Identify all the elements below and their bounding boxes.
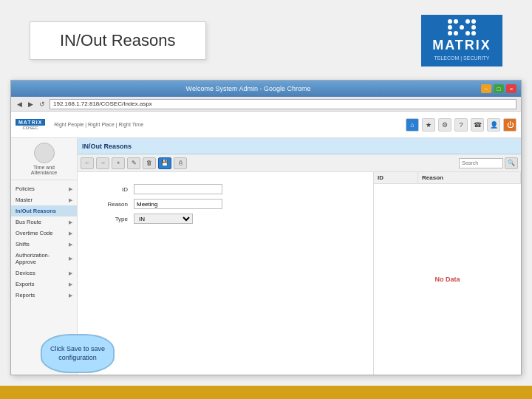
print-button[interactable]: ⎙ xyxy=(174,157,187,169)
logo-dot xyxy=(471,31,476,35)
sidebar-item-inout[interactable]: In/Out Reasons xyxy=(11,205,77,216)
top-section: IN/Out Reasons MATRIX TELEC xyxy=(0,0,532,81)
logo-text: MATRIX xyxy=(432,38,491,53)
user-icon-btn[interactable]: 👤 xyxy=(487,118,500,132)
panel-title: IN/Out Reasons xyxy=(82,143,132,150)
content-area: ID Reason Type IN OUT xyxy=(78,172,521,375)
help-icon-btn[interactable]: ? xyxy=(454,118,468,132)
logo-dot xyxy=(454,31,458,35)
arrow-icon: ▶ xyxy=(69,219,72,225)
logo-box: MATRIX TELECOM | SECURITY xyxy=(421,15,502,66)
no-data-message: No Data xyxy=(434,276,460,283)
form-row-reason: Reason xyxy=(91,199,360,209)
sidebar-item-policies[interactable]: Policies ▶ xyxy=(11,183,77,194)
form-section: ID Reason Type IN OUT xyxy=(78,172,373,375)
logo-dot xyxy=(466,19,470,24)
maximize-button[interactable]: □ xyxy=(494,84,504,93)
app-logo-subtext: COSEC xyxy=(22,126,38,130)
app-logo-text: MATRIX xyxy=(16,119,45,126)
app-header: MATRIX COSEC Right People | Right Place … xyxy=(11,112,521,138)
type-label: Type xyxy=(91,216,128,222)
form-row-type: Type IN OUT xyxy=(91,214,360,224)
search-button[interactable]: 🔍 xyxy=(505,157,518,169)
reason-label: Reason xyxy=(91,201,128,208)
toolbar-search: 🔍 xyxy=(459,157,518,169)
save-button[interactable]: 💾 xyxy=(158,157,171,169)
data-table-body: No Data xyxy=(374,184,521,375)
data-table-header: ID Reason xyxy=(374,172,521,184)
id-label: ID xyxy=(91,186,128,193)
back-button[interactable]: ◀ xyxy=(16,100,24,108)
logo-dot xyxy=(466,31,470,35)
bottom-bar xyxy=(0,386,532,399)
reason-column-header: Reason xyxy=(418,172,521,183)
sidebar-item-auth[interactable]: Authorization-Approve ▶ xyxy=(11,250,77,267)
browser-window: Welcome System Admin - Google Chrome − □… xyxy=(10,80,522,375)
logo-dot xyxy=(454,19,458,24)
logo-dot xyxy=(448,25,452,30)
arrow-icon: ▶ xyxy=(69,242,72,248)
sidebar-logo-icon xyxy=(34,143,55,163)
logo-dot xyxy=(448,19,452,24)
sidebar-item-devices[interactable]: Devices ▶ xyxy=(11,267,77,279)
toolbar: ← → + ✎ 🗑 💾 ⎙ 🔍 xyxy=(78,154,521,172)
arrow-icon: ▶ xyxy=(69,270,72,276)
type-select[interactable]: IN OUT xyxy=(134,214,193,224)
arrow-icon: ▶ xyxy=(69,293,72,299)
logo-dot xyxy=(471,19,476,24)
arrow-icon: ▶ xyxy=(69,256,72,262)
data-panel: ID Reason No Data xyxy=(373,172,521,375)
favorites-icon-btn[interactable]: ★ xyxy=(422,118,435,132)
back-tool-button[interactable]: ← xyxy=(81,157,94,169)
panel-header: IN/Out Reasons xyxy=(78,138,521,154)
id-column-header: ID xyxy=(374,172,418,183)
address-bar[interactable]: 192.168.1.72:818/COSEC/Index.aspx xyxy=(50,99,516,109)
browser-controls: − □ × xyxy=(481,84,516,93)
edit-button[interactable]: ✎ xyxy=(127,157,140,169)
search-input[interactable] xyxy=(459,158,503,168)
forward-button[interactable]: ▶ xyxy=(27,100,35,108)
close-button[interactable]: × xyxy=(506,84,516,93)
sidebar-item-busroute[interactable]: Bus Route ▶ xyxy=(11,216,77,228)
sidebar-item-master[interactable]: Master ▶ xyxy=(11,194,77,205)
home-icon-btn[interactable]: ⌂ xyxy=(406,118,419,132)
logo-dot xyxy=(466,25,470,30)
forward-tool-button[interactable]: → xyxy=(96,157,109,169)
sidebar-item-overtime[interactable]: Overtime Code ▶ xyxy=(11,228,77,239)
reason-input[interactable] xyxy=(134,199,222,209)
logo-dot xyxy=(454,25,458,30)
speech-bubble: Click Save to save configuration xyxy=(41,334,115,373)
sidebar-section-label: Time andAttendance xyxy=(31,165,57,175)
logo-dot xyxy=(460,19,464,24)
sidebar-item-exports[interactable]: Exports ▶ xyxy=(11,279,77,290)
app-logo: MATRIX COSEC xyxy=(16,119,45,130)
minimize-button[interactable]: − xyxy=(481,84,491,93)
id-input[interactable] xyxy=(134,184,222,194)
form-row-id: ID xyxy=(91,184,360,194)
logo-subtext: TELECOM | SECURITY xyxy=(434,55,490,61)
phone-icon-btn[interactable]: ☎ xyxy=(471,118,484,132)
sidebar-item-reports[interactable]: Reports ▶ xyxy=(11,290,77,301)
arrow-icon: ▶ xyxy=(69,186,72,192)
page-title: IN/Out Reasons xyxy=(30,21,206,60)
arrow-icon: ▶ xyxy=(69,231,72,236)
logo-dot xyxy=(460,25,464,30)
logo-dot xyxy=(460,31,464,35)
app-nav-icons: ⌂ ★ ⚙ ? ☎ 👤 ⏻ xyxy=(406,118,516,132)
browser-titlebar: Welcome System Admin - Google Chrome − □… xyxy=(11,81,521,97)
power-icon-btn[interactable]: ⏻ xyxy=(503,118,516,132)
delete-button[interactable]: 🗑 xyxy=(143,157,156,169)
settings-icon-btn[interactable]: ⚙ xyxy=(438,118,451,132)
browser-title: Welcome System Admin - Google Chrome xyxy=(16,85,481,92)
refresh-button[interactable]: ↺ xyxy=(38,100,47,108)
logo-dot xyxy=(448,31,452,35)
logo-dots xyxy=(448,19,476,35)
sidebar-logo-area: Time andAttendance xyxy=(11,138,77,180)
arrow-icon: ▶ xyxy=(69,197,72,203)
add-button[interactable]: + xyxy=(112,157,125,169)
browser-addressbar: ◀ ▶ ↺ 192.168.1.72:818/COSEC/Index.aspx xyxy=(11,97,521,112)
arrow-icon: ▶ xyxy=(69,282,72,287)
logo-dot xyxy=(471,25,476,30)
sidebar-item-shifts[interactable]: Shifts ▶ xyxy=(11,239,77,250)
app-tagline: Right People | Right Place | Right Time xyxy=(54,122,143,127)
